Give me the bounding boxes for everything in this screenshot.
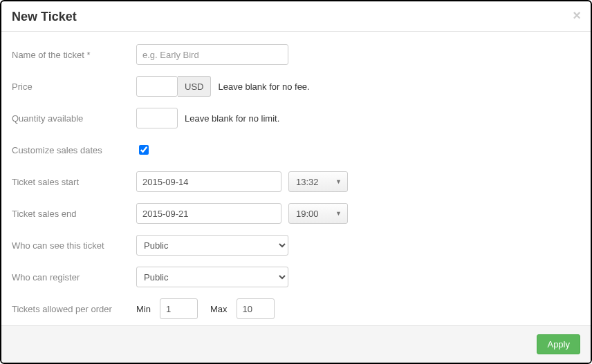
visibility-select[interactable]: Public [136,235,288,256]
modal-title: New Ticket [12,10,580,24]
label-sales-end: Ticket sales end [12,209,136,219]
price-hint: Leave blank for no fee. [218,82,309,92]
min-label: Min [136,304,151,314]
row-price: Price USD Leave blank for no fee. [12,70,580,102]
label-visibility: Who can see this ticket [12,240,136,251]
label-sales-start: Ticket sales start [12,177,136,187]
modal-header: New Ticket × [1,1,591,32]
chevron-down-icon: ▼ [335,178,342,185]
sales-start-date-input[interactable] [136,171,281,192]
min-per-order-input[interactable] [160,298,198,319]
ticket-name-input[interactable] [136,44,288,65]
price-input-group: USD [136,76,211,97]
row-sales-end: Ticket sales end 19:00 ▼ [12,198,580,229]
sales-start-time-dropdown[interactable]: 13:32 ▼ [288,171,348,192]
modal-body: Name of the ticket * Price USD Leave bla… [1,32,591,325]
row-sales-start: Ticket sales start 13:32 ▼ [12,166,580,198]
sales-start-time-value: 13:32 [296,177,319,187]
chevron-down-icon: ▼ [335,210,342,217]
label-name: Name of the ticket * [12,50,136,60]
row-customize: Customize sales dates [12,134,580,166]
row-name: Name of the ticket * [12,39,580,70]
row-quantity: Quantity available Leave blank for no li… [12,102,580,134]
apply-button[interactable]: Apply [537,334,580,354]
label-register: Who can register [12,272,136,282]
max-label: Max [210,304,228,314]
close-icon[interactable]: × [573,8,581,22]
label-price: Price [12,82,136,92]
max-per-order-input[interactable] [237,298,275,319]
label-quantity: Quantity available [12,113,136,124]
label-per-order: Tickets allowed per order [12,304,136,314]
quantity-input[interactable] [136,108,178,128]
label-customize: Customize sales dates [12,145,136,155]
sales-end-date-input[interactable] [136,203,281,224]
row-register: Who can register Public [12,261,580,293]
new-ticket-modal: New Ticket × Name of the ticket * Price … [0,0,592,364]
sales-end-time-dropdown[interactable]: 19:00 ▼ [288,203,348,224]
customize-dates-checkbox[interactable] [139,145,149,155]
price-input[interactable] [136,76,178,97]
row-per-order: Tickets allowed per order Min Max [12,293,580,325]
sales-end-time-value: 19:00 [296,209,319,219]
modal-footer: Apply [1,325,591,363]
row-visibility: Who can see this ticket Public [12,229,580,261]
quantity-hint: Leave blank for no limit. [185,113,279,124]
register-select[interactable]: Public [136,267,288,287]
currency-addon: USD [178,76,211,97]
